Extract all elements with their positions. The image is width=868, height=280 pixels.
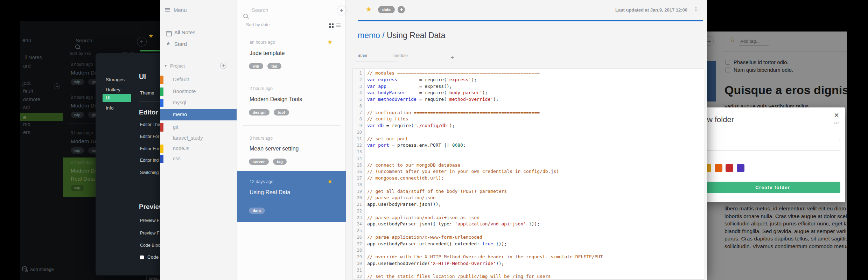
note-title: Modern Design Tools bbox=[250, 96, 302, 103]
folder-name-input[interactable] bbox=[705, 139, 840, 151]
dark-sidebar-item-menu[interactable]: enu bbox=[22, 37, 31, 43]
star-icon[interactable] bbox=[327, 178, 332, 185]
chevron-down-icon[interactable] bbox=[164, 63, 167, 68]
dark-folder-item[interactable]: ostnote bbox=[23, 96, 40, 102]
note-tags: server tag bbox=[249, 158, 289, 165]
line-number: 26 bbox=[353, 234, 364, 241]
sort-dropdown[interactable]: Sort by date bbox=[246, 22, 270, 27]
dark-folder-item[interactable]: ers bbox=[23, 129, 30, 135]
tag-pill[interactable]: server bbox=[249, 159, 269, 165]
dark-folder-item[interactable]: sql bbox=[23, 104, 30, 110]
note-tag-pill[interactable]: data bbox=[378, 6, 395, 13]
line-number: 6 bbox=[353, 103, 364, 110]
sidebar-folder-css[interactable]: css bbox=[160, 153, 237, 164]
star-icon[interactable] bbox=[327, 38, 332, 46]
tag-pill[interactable]: tag bbox=[273, 159, 287, 165]
note-title: Jade template bbox=[250, 50, 285, 56]
tag-pill[interactable]: wip bbox=[71, 79, 84, 85]
star-icon[interactable] bbox=[148, 33, 153, 39]
menu-icon[interactable] bbox=[165, 8, 170, 9]
dark-sidebar-item-all-notes[interactable]: ll Notes bbox=[24, 54, 42, 60]
sidebar-folder-default[interactable]: Default bbox=[160, 74, 237, 85]
add-folder-icon[interactable] bbox=[220, 63, 226, 69]
dark-folder-item-selected[interactable]: e bbox=[20, 113, 63, 121]
note-time: 3 hours ago bbox=[250, 136, 273, 141]
new-note-button[interactable] bbox=[337, 6, 346, 15]
list-view-icon[interactable] bbox=[336, 23, 341, 24]
tag-pill[interactable]: data bbox=[249, 208, 265, 214]
settings-row[interactable]: Editor For bbox=[140, 146, 159, 151]
color-swatch[interactable] bbox=[715, 164, 722, 172]
tag-pill[interactable]: tag bbox=[267, 63, 281, 69]
note-tags: wip tag bbox=[249, 63, 284, 69]
dark-folder-label: e bbox=[23, 114, 26, 120]
sidebar-folder-boostnote[interactable]: Boostnote bbox=[160, 86, 237, 97]
dark-search-input[interactable]: Search bbox=[76, 37, 92, 43]
sidebar-folder-laravel-study[interactable]: laravel_study bbox=[160, 133, 237, 144]
search-input[interactable]: Search bbox=[252, 7, 268, 13]
dark-folder-item[interactable]: fault bbox=[23, 88, 33, 94]
folder-label: Boostnote bbox=[173, 89, 196, 94]
sidebar-folder-nodejs[interactable]: nodeJs bbox=[160, 143, 237, 154]
dark-sort-dropdown[interactable]: Sort by xxx bbox=[69, 51, 91, 56]
sidebar-folder-memo-selected[interactable]: memo bbox=[160, 109, 237, 120]
star-icon[interactable] bbox=[366, 5, 372, 13]
tag-pill[interactable]: tool bbox=[274, 109, 289, 115]
settings-checkbox[interactable] bbox=[140, 255, 144, 259]
code-editor[interactable]: 1234567891011121314151617181920212223242… bbox=[352, 68, 704, 280]
tag-pill[interactable]: wip bbox=[71, 185, 84, 191]
note-tags: design tool bbox=[249, 109, 292, 115]
add-tab-icon[interactable] bbox=[450, 55, 455, 60]
tag-pill[interactable]: wip bbox=[71, 112, 84, 118]
settings-nav-storages[interactable]: Storages bbox=[106, 77, 125, 82]
code-line: // set our port bbox=[367, 136, 704, 142]
tag-pill[interactable]: wip bbox=[71, 147, 84, 154]
breadcrumb-folder[interactable]: memo bbox=[358, 31, 380, 40]
settings-row[interactable]: Code Bloc bbox=[140, 243, 160, 248]
sidebar-folder-git[interactable]: git bbox=[160, 122, 237, 133]
tab-main[interactable]: main bbox=[358, 53, 367, 58]
line-number: 14 bbox=[353, 155, 364, 162]
settings-row-theme[interactable]: Theme bbox=[140, 90, 154, 96]
settings-nav-ui-selected[interactable]: UI bbox=[103, 94, 131, 102]
create-folder-button[interactable]: Create folder bbox=[705, 182, 840, 193]
dark-new-note-button[interactable] bbox=[137, 37, 147, 47]
settings-row[interactable]: Editor Ind bbox=[140, 158, 159, 163]
tab-module[interactable]: module bbox=[393, 53, 408, 58]
grid-view-icon[interactable] bbox=[329, 23, 331, 25]
add-tag-icon[interactable] bbox=[398, 6, 405, 13]
sidebar-item-starred[interactable]: Stard bbox=[174, 41, 187, 47]
settings-row[interactable]: Editor The bbox=[140, 122, 160, 127]
tag-pill[interactable]: design bbox=[249, 109, 270, 115]
sidebar-menu-label[interactable]: Menu bbox=[174, 7, 187, 13]
line-number: 12 bbox=[353, 142, 364, 149]
dark-sidebar-item-starred[interactable]: ard bbox=[23, 63, 31, 69]
settings-nav-info[interactable]: Info bbox=[106, 105, 114, 111]
settings-row[interactable]: Switching bbox=[140, 170, 159, 175]
color-swatch[interactable] bbox=[737, 164, 744, 172]
code-line: // set the static files location /public… bbox=[367, 273, 704, 280]
note-card-selected[interactable]: 12 days ago Using Real Data data bbox=[237, 171, 346, 222]
tag-pill[interactable]: wip bbox=[249, 63, 263, 69]
line-number: 10 bbox=[353, 129, 364, 136]
close-icon[interactable]: × bbox=[834, 112, 839, 119]
settings-row[interactable]: Preview F bbox=[140, 231, 160, 236]
note-list-panel: Search Sort by date an hours ago Jade te… bbox=[237, 0, 346, 280]
line-number: 19 bbox=[353, 188, 364, 195]
sidebar-folder-mysql[interactable]: mysql bbox=[160, 97, 237, 108]
line-number: 5 bbox=[353, 96, 364, 103]
code-area[interactable]: // modules =============================… bbox=[367, 70, 704, 280]
more-options-icon[interactable] bbox=[695, 7, 696, 8]
settings-row[interactable]: Preview F bbox=[140, 218, 160, 223]
sidebar-item-all-notes[interactable]: All Notes bbox=[174, 29, 195, 35]
color-swatch[interactable] bbox=[726, 164, 733, 172]
settings-nav-hotkey[interactable]: Hotkey bbox=[106, 87, 120, 92]
dark-sidebar-project-label[interactable]: ject bbox=[22, 80, 30, 86]
settings-row[interactable]: Editor For bbox=[140, 134, 159, 139]
note-title-text[interactable]: Using Real Data bbox=[387, 31, 445, 40]
dark-folder-item[interactable]: mo bbox=[23, 121, 30, 127]
code-line: // mongoose.connect(db.url); bbox=[367, 175, 704, 182]
folder-label: Default bbox=[173, 77, 189, 82]
dark-add-folder-icon[interactable] bbox=[54, 83, 60, 89]
add-storage-button[interactable]: Add storage bbox=[30, 267, 54, 272]
